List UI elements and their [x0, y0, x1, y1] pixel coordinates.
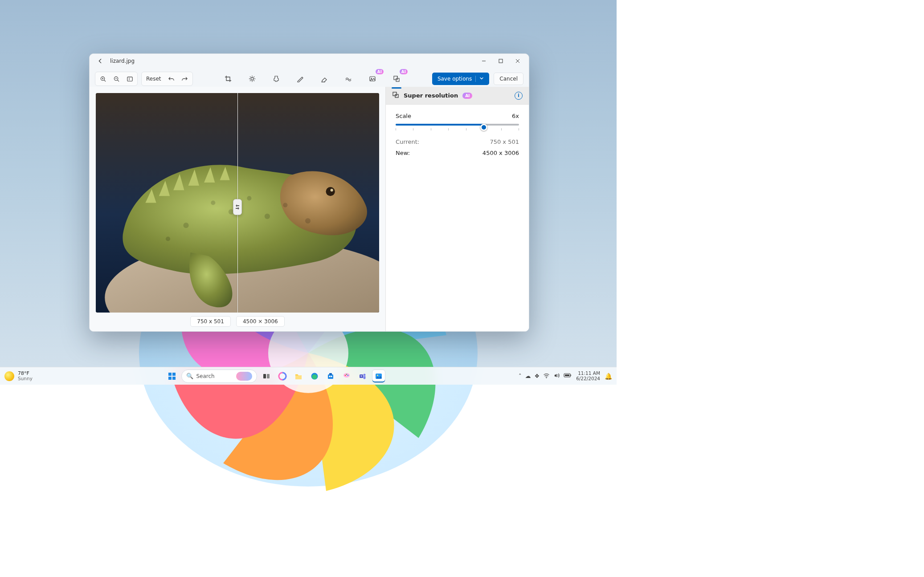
svg-rect-65: [565, 374, 569, 376]
current-value: 750 x 501: [490, 138, 519, 145]
search-icon: 🔍: [186, 373, 193, 379]
ai-badge-icon: AI: [400, 69, 408, 74]
right-dimension-badge: 4500 × 3006: [236, 316, 285, 327]
photos-icon[interactable]: [372, 370, 385, 383]
erase-tool[interactable]: [318, 72, 331, 85]
current-label: Current:: [396, 138, 419, 145]
svg-rect-53: [329, 376, 331, 377]
svg-point-62: [377, 374, 378, 376]
svg-rect-27: [394, 76, 397, 80]
svg-point-38: [183, 223, 188, 228]
minimize-button[interactable]: [475, 55, 492, 67]
search-placeholder: Search: [196, 373, 214, 379]
svg-rect-41: [393, 92, 397, 96]
redo-button[interactable]: [178, 73, 192, 85]
taskbar-clock[interactable]: 11:11 AM 6/22/2024: [576, 371, 600, 381]
left-dimension-badge: 750 x 501: [190, 316, 231, 327]
photos-window: lizard.jpg Reset: [89, 53, 529, 332]
reset-button[interactable]: Reset: [143, 73, 165, 85]
close-button[interactable]: [509, 55, 526, 67]
markup-tool[interactable]: [294, 72, 307, 85]
battery-icon[interactable]: [564, 373, 572, 379]
maximize-button[interactable]: [492, 55, 509, 67]
svg-rect-46: [172, 377, 176, 380]
onedrive-icon[interactable]: ☁: [525, 373, 531, 379]
svg-line-22: [254, 77, 255, 77]
svg-text:T: T: [360, 375, 362, 378]
svg-point-60: [364, 374, 366, 376]
adjust-tool[interactable]: [245, 72, 259, 85]
scale-slider[interactable]: [396, 124, 519, 130]
weather-widget[interactable]: 78°F Sunny: [4, 371, 33, 381]
svg-rect-13: [127, 77, 132, 81]
ai-badge-icon: AI: [462, 93, 472, 99]
svg-point-32: [331, 189, 333, 191]
save-options-button[interactable]: Save options: [432, 73, 489, 85]
svg-rect-49: [295, 375, 302, 379]
explorer-icon[interactable]: [292, 370, 305, 383]
retouch-tool[interactable]: [342, 72, 355, 85]
svg-point-55: [345, 374, 346, 375]
back-button[interactable]: [94, 55, 106, 67]
search-highlight-icon: [236, 372, 252, 381]
svg-line-21: [254, 81, 255, 81]
zoom-in-button[interactable]: [96, 73, 110, 85]
scale-value: 6x: [512, 113, 519, 119]
svg-rect-43: [168, 373, 172, 376]
svg-point-57: [348, 374, 348, 375]
svg-point-33: [211, 200, 215, 205]
taskbar-search[interactable]: 🔍 Search: [181, 370, 257, 383]
save-button-label: Save options: [437, 76, 472, 82]
svg-line-23: [250, 81, 251, 81]
crop-tool[interactable]: [221, 72, 235, 85]
image-viewer: 750 x 501 4500 × 3006: [90, 87, 385, 331]
ai-badge-icon: AI: [376, 69, 384, 74]
volume-icon[interactable]: [553, 372, 560, 380]
task-view-icon[interactable]: [260, 370, 273, 383]
svg-rect-51: [328, 374, 333, 379]
svg-point-35: [247, 196, 251, 200]
svg-point-39: [166, 236, 170, 241]
paint-icon[interactable]: [340, 370, 353, 383]
super-resolution-tool[interactable]: AI: [390, 72, 403, 85]
scale-label: Scale: [396, 113, 411, 119]
notifications-icon[interactable]: 🔔: [605, 373, 612, 380]
svg-rect-48: [267, 374, 270, 378]
svg-point-56: [346, 374, 347, 374]
super-res-icon: [392, 91, 399, 100]
svg-point-31: [326, 187, 335, 196]
svg-line-7: [104, 80, 105, 81]
info-button[interactable]: i: [515, 92, 523, 100]
chevron-down-icon: [475, 76, 484, 82]
new-label: New:: [396, 150, 410, 156]
chevron-up-icon[interactable]: ˄: [519, 373, 522, 379]
cancel-button[interactable]: Cancel: [494, 73, 523, 85]
svg-rect-44: [172, 373, 176, 376]
toolbar: Reset AI AI: [90, 68, 529, 87]
settings-tray-icon[interactable]: ❖: [535, 373, 540, 379]
svg-rect-52: [329, 373, 332, 375]
svg-rect-3: [499, 59, 503, 63]
zoom-out-button[interactable]: [110, 73, 123, 85]
titlebar: lizard.jpg: [90, 54, 529, 68]
edge-icon[interactable]: [308, 370, 321, 383]
start-button[interactable]: [165, 370, 179, 383]
compare-handle[interactable]: [233, 199, 242, 215]
teams-icon[interactable]: T: [356, 370, 369, 383]
side-panel: Super resolution AI i Scale 6x: [385, 87, 529, 331]
svg-point-26: [371, 78, 372, 79]
taskbar-time: 11:11 AM: [578, 371, 600, 376]
undo-button[interactable]: [165, 73, 178, 85]
system-tray[interactable]: ˄ ☁ ❖: [519, 372, 572, 380]
svg-rect-66: [571, 375, 572, 376]
svg-line-11: [117, 80, 119, 81]
svg-line-20: [250, 77, 251, 77]
wifi-icon[interactable]: [543, 372, 550, 380]
filter-tool[interactable]: [270, 72, 283, 85]
svg-point-15: [251, 77, 253, 80]
fit-button[interactable]: [123, 73, 136, 85]
store-icon[interactable]: [324, 370, 337, 383]
copilot-icon[interactable]: [276, 370, 289, 383]
background-tool[interactable]: AI: [366, 72, 379, 85]
taskbar-date: 6/22/2024: [576, 376, 600, 381]
